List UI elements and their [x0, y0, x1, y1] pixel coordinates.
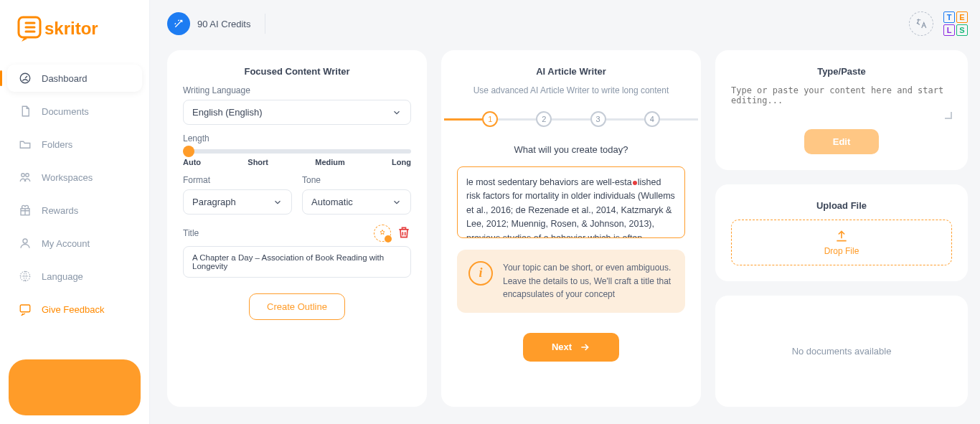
title-value: A Chapter a Day – Association of Book Re…: [192, 253, 402, 270]
svg-rect-8: [20, 305, 30, 312]
chevron-down-icon: [273, 197, 283, 207]
prompt-question: What will you create today?: [457, 144, 685, 155]
wand-icon: [167, 12, 190, 35]
grid-letter-s: S: [956, 24, 968, 36]
cursor-icon: [633, 181, 637, 185]
sidebar-item-label: Language: [42, 271, 83, 282]
lang-select[interactable]: English (English): [183, 100, 411, 125]
edit-button[interactable]: Edit: [804, 129, 880, 154]
document-icon: [19, 105, 32, 118]
slider-thumb[interactable]: [183, 146, 194, 157]
length-mark-short: Short: [248, 158, 268, 166]
length-mark-medium: Medium: [315, 158, 345, 166]
stepper: 1 2 3 4: [441, 111, 701, 127]
sidebar-item-label: Rewards: [42, 205, 78, 216]
sidebar-item-workspaces[interactable]: Workspaces: [7, 164, 142, 191]
focused-content-panel: Focused Content Writer Writing Language …: [167, 50, 427, 407]
brand-logo: skritor: [0, 0, 149, 65]
panel-title: AI Article Writer: [457, 66, 685, 77]
length-mark-auto: Auto: [183, 158, 201, 166]
trash-icon: [397, 225, 411, 240]
app-grid-logo[interactable]: T E L S: [943, 11, 968, 36]
length-mark-long: Long: [392, 158, 411, 166]
create-outline-button[interactable]: Create Outline: [249, 293, 345, 320]
format-select[interactable]: Paragraph: [183, 189, 292, 215]
user-icon: [19, 237, 32, 250]
svg-text:skritor: skritor: [44, 19, 98, 38]
sidebar-item-folders[interactable]: Folders: [7, 131, 142, 158]
globe-icon: [19, 270, 32, 283]
tone-value: Automatic: [311, 197, 353, 207]
topic-textarea[interactable]: le most sedentary behaviors are well-est…: [457, 166, 685, 238]
sidebar-item-label: Documents: [42, 106, 89, 117]
chevron-down-icon: [392, 108, 402, 118]
step-2[interactable]: 2: [536, 111, 552, 127]
resize-handle-icon[interactable]: [945, 112, 952, 119]
upload-icon: [834, 229, 849, 243]
svg-point-6: [23, 239, 27, 243]
next-button[interactable]: Next: [523, 333, 619, 362]
grid-letter-l: L: [943, 24, 955, 36]
length-label: Length: [183, 133, 411, 143]
delete-title-icon[interactable]: [397, 225, 411, 242]
panel-title: Upload File: [731, 200, 952, 211]
sidebar-item-label: Folders: [42, 139, 72, 150]
sidebar-item-account[interactable]: My Account: [7, 230, 142, 257]
svg-point-3: [22, 174, 25, 177]
step-3[interactable]: 3: [590, 111, 606, 127]
tone-select[interactable]: Automatic: [302, 189, 411, 215]
sidebar-item-label: Give Feedback: [42, 304, 104, 315]
sidebar-item-dashboard[interactable]: Dashboard: [7, 65, 142, 92]
credits-text: 90 AI Credits: [197, 19, 250, 29]
article-writer-panel: AI Article Writer Use advanced AI Articl…: [441, 50, 701, 407]
svg-point-4: [26, 174, 29, 177]
documents-empty-panel: No documents available: [715, 296, 968, 407]
grid-letter-e: E: [956, 11, 968, 23]
format-value: Paragraph: [192, 197, 236, 207]
sidebar-nav: Dashboard Documents Folders Workspaces R…: [0, 65, 149, 329]
main: 90 AI Credits T E L S Focused Content Wr…: [150, 0, 980, 424]
sidebar-item-rewards[interactable]: Rewards: [7, 197, 142, 224]
step-1[interactable]: 1: [482, 111, 498, 127]
feedback-icon: [19, 303, 32, 316]
drop-zone[interactable]: Drop File: [731, 220, 952, 265]
credits-pill[interactable]: 90 AI Credits: [167, 12, 250, 35]
translate-icon[interactable]: [909, 11, 933, 36]
sidebar-item-label: My Account: [42, 238, 90, 249]
workspace-icon: [19, 171, 32, 184]
info-tip: i Your topic can be short, or even ambig…: [457, 250, 685, 313]
arrow-right-icon: [579, 341, 590, 353]
sidebar-item-language[interactable]: Language: [7, 263, 142, 290]
gift-icon: [19, 204, 32, 217]
chevron-down-icon: [392, 197, 402, 207]
format-label: Format: [183, 175, 292, 185]
step-4[interactable]: 4: [644, 111, 660, 127]
sidebar-item-feedback[interactable]: Give Feedback: [7, 296, 142, 323]
divider: [265, 14, 265, 34]
sidebar-item-documents[interactable]: Documents: [7, 98, 142, 125]
lang-value: English (English): [192, 107, 263, 118]
panel-subtitle: Use advanced AI Article Writer to write …: [457, 85, 685, 95]
title-input[interactable]: A Chapter a Day – Association of Book Re…: [183, 246, 411, 278]
content: Focused Content Writer Writing Language …: [150, 47, 980, 424]
panel-title: Focused Content Writer: [183, 66, 411, 77]
paste-textarea[interactable]: [731, 85, 952, 116]
panel-title: Type/Paste: [731, 66, 952, 77]
tone-label: Tone: [302, 175, 411, 185]
length-slider[interactable]: [183, 149, 411, 154]
empty-text: No documents available: [792, 346, 892, 357]
sidebar-promo-card[interactable]: [9, 359, 141, 415]
grid-letter-t: T: [943, 11, 955, 23]
lang-label: Writing Language: [183, 85, 411, 95]
title-label: Title: [183, 228, 199, 238]
type-paste-panel: Type/Paste Edit: [715, 50, 968, 170]
right-column: Type/Paste Edit Upload File Drop File No…: [715, 50, 968, 407]
topic-text-pre: le most sedentary behaviors are well-est…: [466, 177, 632, 187]
sidebar-bottom: [0, 351, 149, 424]
info-text: Your topic can be short, or even ambiguo…: [503, 261, 674, 301]
folder-icon: [19, 138, 32, 151]
sidebar-item-label: Workspaces: [42, 172, 93, 183]
next-label: Next: [552, 341, 572, 352]
topbar: 90 AI Credits T E L S: [150, 0, 980, 47]
regenerate-title-icon[interactable]: [374, 225, 391, 242]
